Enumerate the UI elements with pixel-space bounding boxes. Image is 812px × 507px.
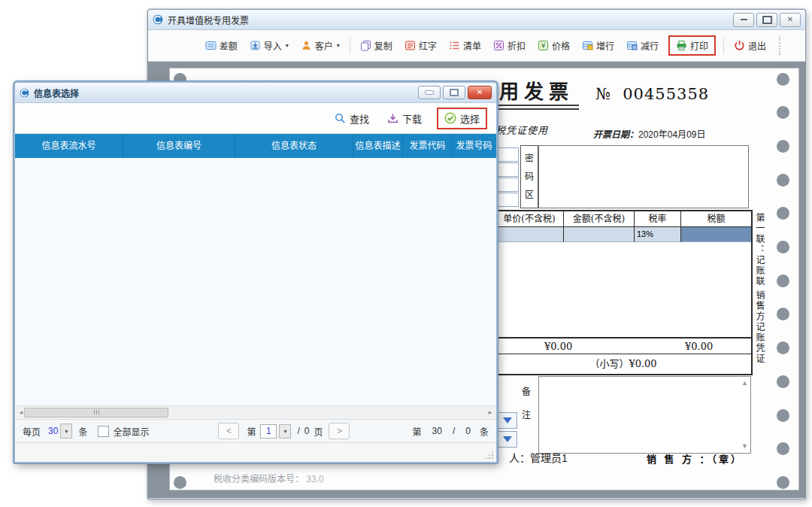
- close-button[interactable]: ✕: [780, 13, 801, 27]
- perforation-dot: [777, 140, 789, 153]
- perforation-dot: [777, 476, 789, 489]
- perforation-dot: [777, 174, 789, 187]
- invoice-item-table: 单价(不含税) 金额(不含税) 税率 税额 13% ¥0.00 ¥0.00 （小…: [494, 210, 753, 375]
- password-area-box[interactable]: [538, 145, 749, 208]
- stub-text: 税凭证使用: [495, 123, 548, 137]
- dialog-toolbar: 查找 下载 选择: [15, 103, 496, 134]
- dialog-title: 信息表选择: [34, 87, 79, 99]
- seller-stamp-text: 销 售 方 ：（章）: [647, 451, 743, 466]
- info-table-dialog: 信息表选择 ✕ 查找 下载 选择: [14, 81, 498, 463]
- page-dropdown-icon[interactable]: ▾: [279, 424, 291, 439]
- perforation-dot: [777, 375, 789, 388]
- search-icon: [335, 113, 346, 124]
- perforation-dot: [777, 409, 789, 422]
- list-icon: [449, 40, 460, 51]
- perforation-dot: [174, 476, 186, 489]
- scrollbar-thumb[interactable]: [24, 408, 168, 417]
- scroll-down-icon[interactable]: ▼: [741, 443, 748, 450]
- column-header-amount: 金额(不含税): [564, 211, 635, 226]
- copy-button[interactable]: 复制: [358, 36, 395, 55]
- column-form-number: 信息表编号: [123, 134, 235, 158]
- download-button[interactable]: 下载: [384, 109, 425, 128]
- column-form-description: 信息表描述: [353, 134, 403, 158]
- import-caret-icon: ▾: [286, 42, 289, 49]
- exit-icon: [734, 40, 745, 51]
- minimize-button[interactable]: [733, 13, 754, 27]
- exit-button[interactable]: 退出: [732, 36, 768, 55]
- issue-date: 开票日期：2020年04月09日: [593, 127, 705, 141]
- import-icon: [250, 40, 261, 51]
- print-highlight-box: 打印: [668, 35, 716, 56]
- resize-grip[interactable]: [492, 457, 493, 459]
- perforation-dot: [777, 106, 789, 119]
- perforation-dot: [777, 442, 789, 455]
- find-button[interactable]: 查找: [332, 109, 372, 128]
- check-circle-icon: [444, 112, 456, 124]
- import-button[interactable]: 导入 ▾: [247, 36, 291, 55]
- dialog-titlebar[interactable]: 信息表选择 ✕: [15, 83, 496, 103]
- red-letter-button[interactable]: 红字: [402, 36, 439, 55]
- difference-button[interactable]: 差额: [203, 36, 240, 55]
- cell-tax-amount-selected[interactable]: [681, 227, 751, 242]
- list-button[interactable]: 清单: [447, 36, 483, 55]
- invoice-number: № 00455358: [595, 85, 709, 103]
- horizontal-scrollbar[interactable]: ◂ ▸: [15, 405, 496, 420]
- price-button[interactable]: ¥ 价格: [535, 36, 572, 55]
- per-page-dropdown-icon[interactable]: ▾: [60, 424, 72, 439]
- remark-spin-up[interactable]: [498, 412, 517, 429]
- record-total: 0: [465, 426, 471, 436]
- totals-row: ¥0.00 ¥0.00: [495, 337, 751, 354]
- customer-button[interactable]: 客户 ▾: [298, 36, 342, 55]
- print-button[interactable]: 打印: [674, 38, 710, 53]
- record-count: 30: [432, 426, 442, 436]
- tax-code-version: 税收分类编码版本号： 33.0: [214, 472, 324, 484]
- add-row-button[interactable]: 增行: [580, 36, 617, 55]
- select-button[interactable]: 选择: [443, 111, 481, 126]
- per-page-unit: 条: [78, 425, 87, 438]
- page-input[interactable]: 1: [260, 424, 277, 439]
- column-header-unit-price: 单价(不含税): [495, 211, 564, 226]
- remark-box[interactable]: ▲ ▼: [538, 376, 751, 454]
- prev-page-button[interactable]: <: [218, 423, 239, 439]
- total-pages: 0: [304, 426, 310, 436]
- show-all-checkbox[interactable]: [98, 426, 109, 437]
- remark-label: 备 注: [522, 384, 534, 420]
- column-header-tax-amount: 税额: [681, 211, 751, 226]
- discount-icon: [493, 40, 504, 51]
- toolbar-separator: [350, 38, 350, 54]
- column-header-tax-rate: 税率: [635, 211, 681, 226]
- maximize-button[interactable]: [756, 13, 777, 27]
- scroll-right-icon[interactable]: ▸: [484, 406, 496, 417]
- dialog-table-body[interactable]: [15, 158, 496, 405]
- remove-row-button[interactable]: 减行: [624, 36, 661, 55]
- dialog-close-button[interactable]: ✕: [468, 86, 492, 99]
- title-underline: [484, 105, 579, 110]
- remove-row-icon: [626, 40, 638, 51]
- perforation-dot: [777, 342, 789, 354]
- tax-total: ¥0.00: [685, 339, 713, 354]
- per-page-value[interactable]: 30: [48, 426, 58, 436]
- dialog-pagination: 每页 30 ▾ 条 全部显示 < 第 1 ▾ / 0 页 > 第 30 / 0 …: [15, 420, 496, 442]
- cell-unit-price[interactable]: [495, 227, 564, 242]
- print-icon: [676, 40, 687, 51]
- toolbar-separator: [723, 38, 724, 54]
- window-title: 开具增值税专用发票: [168, 14, 249, 26]
- screen: 开具增值税专用发票 ✕ 差额 导入 ▾ 客户 ▾: [0, 0, 812, 507]
- scroll-up-icon[interactable]: ▲: [741, 380, 748, 387]
- invoice-window-titlebar[interactable]: 开具增值税专用发票 ✕: [148, 10, 805, 30]
- dialog-maximize-button[interactable]: [443, 86, 465, 99]
- cell-amount[interactable]: [564, 227, 635, 242]
- remark-spin-down[interactable]: [498, 431, 517, 448]
- customer-caret-icon: ▾: [337, 42, 340, 49]
- cell-tax-rate[interactable]: 13%: [635, 227, 681, 242]
- dialog-logo-icon: [20, 88, 29, 98]
- dialog-minimize-button[interactable]: [418, 86, 441, 99]
- column-serial-number: 信息表流水号: [15, 134, 123, 158]
- copy-icon: [360, 40, 371, 51]
- column-invoice-code: 发票代码: [403, 134, 453, 158]
- copy-label-vertical: 第一联：记账联 销售方记账凭证: [753, 213, 766, 469]
- discount-button[interactable]: 折扣: [491, 36, 528, 55]
- next-page-button[interactable]: >: [329, 423, 350, 439]
- column-invoice-number: 发票号码: [453, 134, 495, 158]
- toolbar-grip: [779, 37, 783, 55]
